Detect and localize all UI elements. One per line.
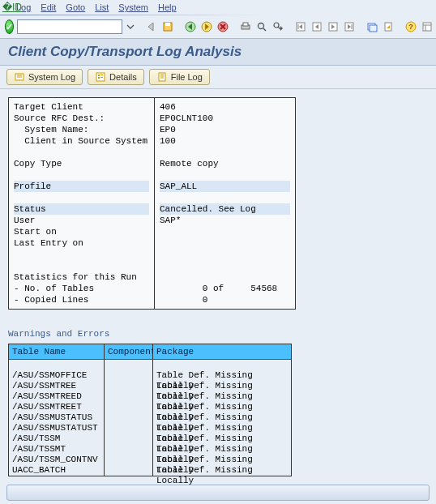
cell-component bbox=[105, 465, 153, 476]
dropdown-icon[interactable] bbox=[126, 19, 135, 35]
col-package[interactable]: Package bbox=[153, 344, 291, 360]
cell-package: Table Def. Missing Locally bbox=[153, 370, 291, 381]
system-log-button[interactable]: System Log bbox=[6, 69, 83, 85]
new-session-icon[interactable] bbox=[365, 19, 378, 35]
table-row[interactable]: /ASU/TSSMTable Def. Missing Locally bbox=[9, 434, 291, 444]
nav-cancel-icon[interactable] bbox=[216, 19, 229, 35]
last-page-icon[interactable] bbox=[343, 19, 356, 35]
lbl-source-rfc: Source RFC Dest.: bbox=[14, 113, 149, 124]
val-system-name: EP0 bbox=[160, 124, 290, 135]
file-log-button[interactable]: File Log bbox=[149, 69, 210, 85]
save-icon[interactable] bbox=[161, 19, 174, 35]
prev-page-icon[interactable] bbox=[310, 19, 323, 35]
lbl-profile: Profile bbox=[14, 181, 149, 192]
file-log-label: File Log bbox=[171, 72, 203, 82]
menu-goto[interactable]: Goto bbox=[66, 2, 85, 12]
details-label: Details bbox=[109, 72, 137, 82]
table-row[interactable]: /ASU/SSMOFFICETable Def. Missing Locally bbox=[9, 370, 291, 381]
svg-rect-31 bbox=[423, 23, 431, 31]
nav-back-icon[interactable] bbox=[184, 19, 197, 35]
svg-rect-39 bbox=[100, 75, 103, 75]
menu-system[interactable]: System bbox=[118, 2, 148, 12]
val-status: Cancelled. See Log bbox=[160, 203, 290, 215]
val-copy-type: Remote copy bbox=[160, 158, 290, 169]
table-row[interactable]: /ASU/SSMUSTATUSTTable Def. Missing Local… bbox=[9, 423, 291, 434]
cell-package: Table Def. Missing Locally bbox=[153, 402, 291, 412]
lbl-target-client: Target Client bbox=[14, 101, 149, 113]
warnings-table: Table Name Component Package /ASU/SSMOFF… bbox=[8, 344, 292, 476]
cell-package: Table Def. Missing Locally bbox=[153, 412, 291, 423]
enter-button[interactable]: ✓ bbox=[5, 19, 14, 34]
svg-point-10 bbox=[259, 23, 264, 29]
cell-table-name: /ASU/TSSM_CONTNV bbox=[9, 455, 105, 465]
cell-table-name: /ASU/TSSM bbox=[9, 434, 105, 444]
val-start-on bbox=[160, 226, 290, 237]
print-icon[interactable] bbox=[239, 19, 252, 35]
details-button[interactable]: Details bbox=[88, 69, 144, 85]
svg-marker-14 bbox=[280, 26, 283, 31]
table-row[interactable]: /ASU/TSSMTTable Def. Missing Locally bbox=[9, 444, 291, 455]
cell-table-name: /ASU/SSMTREE bbox=[9, 381, 105, 391]
cell-package: Table Def. Missing Locally bbox=[153, 465, 291, 476]
menu-help[interactable]: Help bbox=[158, 2, 177, 12]
lbl-system-name: System Name: bbox=[14, 124, 149, 135]
val-copied-lines: 0 bbox=[160, 294, 290, 305]
lbl-copy-type: Copy Type bbox=[14, 158, 149, 169]
cell-package: Table Def. Missing Locally bbox=[153, 391, 291, 402]
cell-table-name: /ASU/TSSMT bbox=[9, 444, 105, 455]
svg-rect-9 bbox=[243, 23, 248, 26]
col-component[interactable]: Component bbox=[105, 344, 153, 360]
cell-component bbox=[105, 423, 153, 434]
svg-line-11 bbox=[263, 28, 266, 31]
cell-component bbox=[105, 444, 153, 455]
cell-component bbox=[105, 455, 153, 465]
command-field[interactable] bbox=[17, 19, 122, 34]
cell-component bbox=[105, 412, 153, 423]
cell-table-name: UACC_BATCH bbox=[9, 465, 105, 476]
table-row[interactable]: /ASU/SSMTREEDTable Def. Missing Locally bbox=[9, 391, 291, 402]
lbl-user: User bbox=[14, 215, 149, 226]
cell-table-name: /ASU/SSMUSTATUS bbox=[9, 412, 105, 423]
system-log-label: System Log bbox=[28, 72, 75, 82]
cell-package: Table Def. Missing Locally bbox=[153, 381, 291, 391]
lbl-start-on: Start on bbox=[14, 226, 149, 237]
table-row[interactable]: /ASU/SSMUSTATUSTable Def. Missing Locall… bbox=[9, 412, 291, 423]
val-profile: SAP_ALL bbox=[160, 181, 290, 192]
back-icon[interactable] bbox=[145, 19, 158, 35]
svg-marker-0 bbox=[148, 23, 153, 31]
nav-exit-icon[interactable] bbox=[200, 19, 213, 35]
page-title-bar: Client Copy/Transport Log Analysis bbox=[0, 38, 436, 66]
val-user: SAP* bbox=[160, 215, 290, 226]
svg-rect-41 bbox=[100, 77, 103, 78]
menu-edit[interactable]: Edit bbox=[41, 2, 56, 12]
lbl-stats-hdr: Statistics for this Run bbox=[14, 271, 149, 283]
find-icon[interactable] bbox=[255, 19, 268, 35]
cell-table-name: /ASU/SSMTREED bbox=[9, 391, 105, 402]
cell-component bbox=[105, 391, 153, 402]
cell-package: Table Def. Missing Locally bbox=[153, 455, 291, 465]
table-row[interactable]: UACC_BATCHTable Def. Missing Locally bbox=[9, 465, 291, 476]
svg-line-13 bbox=[278, 27, 280, 29]
svg-rect-38 bbox=[98, 75, 100, 76]
layout-menu-icon[interactable] bbox=[421, 19, 434, 35]
next-page-icon[interactable] bbox=[327, 19, 340, 35]
cell-table-name: /ASU/SSMOFFICE bbox=[9, 370, 105, 381]
svg-rect-26 bbox=[370, 25, 377, 32]
warnings-header-row: Table Name Component Package bbox=[9, 344, 291, 360]
menu-list[interactable]: List bbox=[95, 2, 109, 12]
find-next-icon[interactable] bbox=[271, 19, 284, 35]
menu-bar: �ID Log Edit Goto List System Help bbox=[0, 0, 436, 15]
lbl-copied-lines: - Copied Lines bbox=[14, 294, 149, 305]
cell-table-name: /ASU/SSMUSTATUST bbox=[9, 423, 105, 434]
svg-rect-40 bbox=[98, 77, 100, 79]
table-row[interactable]: /ASU/SSMTREETable Def. Missing Locally bbox=[9, 381, 291, 391]
create-shortcut-icon[interactable] bbox=[382, 19, 395, 35]
help-icon[interactable]: ? bbox=[404, 19, 417, 35]
table-row[interactable]: /ASU/TSSM_CONTNVTable Def. Missing Local… bbox=[9, 455, 291, 465]
cell-package: Table Def. Missing Locally bbox=[153, 423, 291, 434]
toolbar: ✓ ? bbox=[0, 15, 436, 38]
val-source-rfc: EP0CLNT100 bbox=[160, 113, 290, 124]
col-table-name[interactable]: Table Name bbox=[9, 344, 105, 360]
first-page-icon[interactable] bbox=[294, 19, 307, 35]
table-row[interactable]: /ASU/SSMTREETTable Def. Missing Locally bbox=[9, 402, 291, 412]
